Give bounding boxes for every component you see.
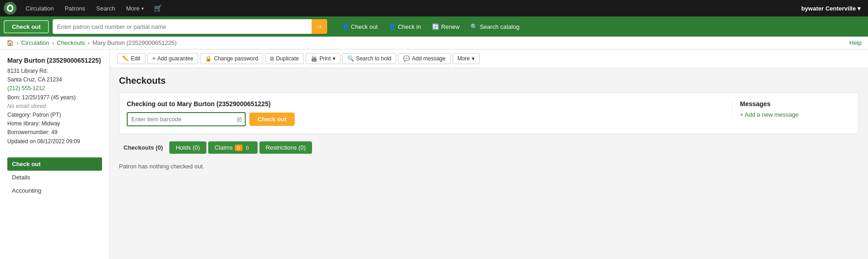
search-to-hold-button[interactable]: 🔍 Search to hold — [342, 53, 396, 64]
claims-tab-button[interactable]: Claims 0 0 — [208, 141, 258, 154]
edit-button[interactable]: ✏️ Edit — [117, 53, 146, 64]
content-area: ✏️ Edit + Add guarantee 🔒 Change passwor… — [110, 49, 868, 259]
barcode-input[interactable] — [127, 112, 246, 126]
cart-icon[interactable]: 🛒 — [150, 2, 166, 14]
more-dropdown-arrow: ▾ — [472, 55, 474, 62]
sidebar-menu: Check out Details Accounting — [7, 157, 102, 197]
message-icon: 💬 — [403, 55, 410, 62]
breadcrumb-current: Mary Burton (23529000651225) — [92, 39, 177, 46]
checkouts-tab-label: Checkouts (0) — [119, 141, 167, 154]
search-hold-icon: 🔍 — [347, 55, 354, 62]
holds-tab-button[interactable]: Holds (0) — [169, 141, 206, 154]
search-input-group: → — [53, 19, 327, 34]
breadcrumb: 🏠 › Circulation › Checkouts › Mary Burto… — [0, 37, 868, 49]
koha-logo — [4, 2, 16, 15]
quick-checkout[interactable]: 👤 Check out — [336, 22, 383, 32]
main-layout: Mary Burton (23529000651225) 8131 Librar… — [0, 49, 868, 259]
claims-badge-1: 0 — [235, 145, 242, 151]
barcode-row: ⊞ Check out — [127, 112, 725, 126]
sidebar: Mary Burton (23529000651225) 8131 Librar… — [0, 49, 110, 259]
person-icon: 👤 — [342, 23, 349, 30]
svg-point-1 — [8, 6, 11, 11]
quick-search-catalog[interactable]: 🔍 Search catalog — [465, 22, 525, 32]
patron-no-email: No email stored. — [7, 102, 102, 111]
print-dropdown-arrow: ▾ — [333, 55, 335, 62]
home-icon[interactable]: 🏠 — [6, 39, 14, 46]
change-password-button[interactable]: 🔒 Change password — [200, 53, 263, 64]
catalog-search-icon: 🔍 — [470, 23, 478, 30]
sidebar-item-details[interactable]: Details — [7, 171, 102, 184]
nav-more[interactable]: More ▾ — [121, 3, 148, 14]
barcode-input-wrap: ⊞ — [127, 112, 246, 126]
checkouts-title: Checkouts — [119, 76, 859, 86]
patron-category: Category: Patron (PT) — [7, 111, 102, 119]
messages-panel: Messages + Add a new message — [732, 100, 851, 118]
restrictions-tab-button[interactable]: Restrictions (0) — [259, 141, 312, 154]
more-toolbar-button[interactable]: More ▾ — [453, 53, 480, 64]
renew-icon: 🔄 — [432, 23, 439, 30]
claims-badges: 0 0 — [235, 145, 251, 151]
messages-title: Messages — [740, 100, 851, 108]
patron-search-input[interactable] — [53, 19, 312, 34]
edit-icon: ✏️ — [122, 55, 129, 62]
patron-home-library: Home library: Midway — [7, 119, 102, 128]
tabs-row: Checkouts (0) Holds (0) Claims 0 0 Restr… — [119, 141, 859, 154]
patron-address2: Santa Cruz, CA 21234 — [7, 76, 102, 84]
checkouts-section: Checkouts Checking out to Mary Burton (2… — [110, 68, 868, 181]
search-bar-row: Check out → 👤 Check out 👤 Check in 🔄 Ren… — [0, 16, 868, 37]
checkin-icon: 👤 — [388, 23, 396, 30]
nav-circulation[interactable]: Circulation — [21, 3, 58, 14]
add-message-button[interactable]: 💬 Add message — [398, 53, 450, 64]
print-button[interactable]: 🖨️ Print ▾ — [306, 53, 340, 64]
patron-phone[interactable]: (212) 555-1212 — [7, 84, 102, 93]
patron-name: Mary Burton (23529000651225) — [7, 57, 102, 64]
checkout-green-button[interactable]: Check out — [4, 20, 49, 33]
patron-updated: Updated on 08/12/2022 09:09 — [7, 137, 102, 146]
duplicate-button[interactable]: ⧉ Duplicate — [265, 53, 304, 64]
patron-info: 8131 Library Rd. Santa Cruz, CA 21234 (2… — [7, 67, 102, 146]
add-message-link[interactable]: + Add a new message — [740, 111, 798, 118]
patron-borrowernumber: Borrowernumber: 49 — [7, 128, 102, 137]
nav-search[interactable]: Search — [92, 3, 119, 14]
sidebar-item-accounting[interactable]: Accounting — [7, 184, 102, 197]
checkout-form-title: Checking out to Mary Burton (23529000651… — [127, 100, 725, 108]
checkout-form-left: Checking out to Mary Burton (23529000651… — [127, 100, 725, 126]
nothing-checked-out-message: Patron has nothing checked out. — [119, 159, 859, 173]
user-info: bywater Centerville ▾ — [801, 5, 864, 12]
patron-address1: 8131 Library Rd. — [7, 67, 102, 76]
add-guarantee-button[interactable]: + Add guarantee — [147, 53, 199, 64]
nav-patrons[interactable]: Patrons — [60, 3, 90, 14]
toolbar: ✏️ Edit + Add guarantee 🔒 Change passwor… — [110, 49, 868, 68]
checkout-submit-button[interactable]: Check out — [249, 113, 295, 126]
breadcrumb-checkouts[interactable]: Checkouts — [57, 39, 85, 46]
sidebar-item-checkout[interactable]: Check out — [7, 157, 102, 171]
quick-renew[interactable]: 🔄 Renew — [426, 22, 465, 32]
barcode-scan-icon: ⊞ — [237, 116, 242, 123]
more-dropdown-arrow: ▾ — [141, 6, 144, 11]
claims-badge-2: 0 — [244, 145, 251, 151]
lock-icon: 🔒 — [205, 55, 212, 62]
checkout-form-box: Checking out to Mary Burton (23529000651… — [119, 92, 859, 134]
patron-born: Born: 12/25/1977 (45 years) — [7, 93, 102, 102]
breadcrumb-circulation[interactable]: Circulation — [21, 39, 49, 46]
help-link[interactable]: Help — [849, 39, 862, 46]
print-icon: 🖨️ — [311, 55, 318, 62]
duplicate-icon: ⧉ — [270, 55, 274, 62]
top-nav: Circulation Patrons Search More ▾ 🛒 bywa… — [0, 0, 868, 16]
quick-links: 👤 Check out 👤 Check in 🔄 Renew 🔍 Search … — [336, 22, 525, 32]
go-button[interactable]: → — [312, 19, 327, 34]
add-icon: + — [152, 55, 156, 62]
quick-checkin[interactable]: 👤 Check in — [383, 22, 426, 32]
